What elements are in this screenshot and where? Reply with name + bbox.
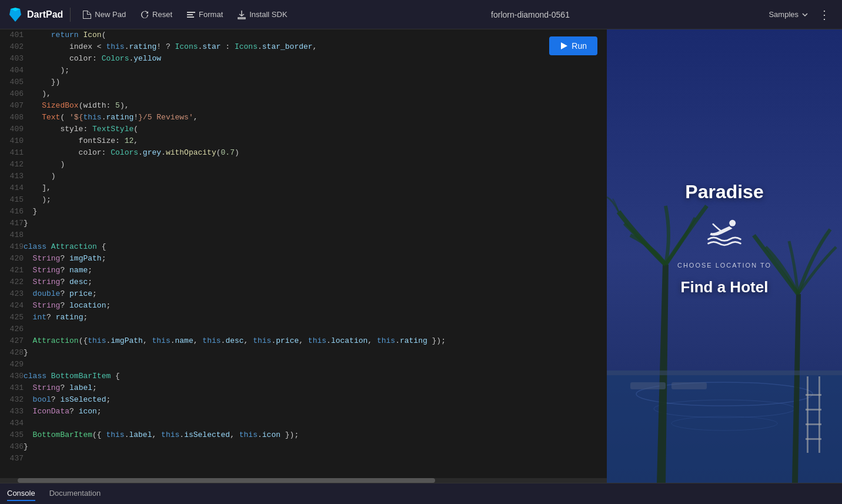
table-row: 416 } [0, 206, 607, 218]
table-row: 413 ) [0, 171, 607, 182]
bottom-bar: Console Documentation [0, 483, 842, 504]
main-area: 401 return Icon( 402 index < this.rating… [0, 29, 842, 483]
svg-rect-14 [806, 409, 821, 410]
reset-button[interactable]: Reset [135, 8, 177, 22]
preview-content: Paradise CHOOSE LOCATION TO Find a Hotel [677, 181, 771, 296]
svg-marker-5 [561, 42, 567, 49]
format-button[interactable]: Format [182, 8, 228, 22]
svg-rect-18 [630, 382, 666, 389]
reset-icon [140, 10, 149, 19]
scrollbar-thumb[interactable] [18, 478, 435, 483]
table-row: 430 class BottomBarItem { [0, 371, 607, 382]
table-row: 411 color: Colors.grey.withOpacity(0.7) [0, 147, 607, 159]
logo: DartPad [7, 6, 63, 23]
table-row: 404 ); [0, 65, 607, 76]
table-row: 402 index < this.rating! ? Icons.star : … [0, 41, 607, 53]
table-row: 424 String? location; [0, 300, 607, 312]
table-row: 422 String? desc; [0, 276, 607, 288]
table-row: 419 class Attraction { [0, 241, 607, 253]
table-row: 428 } [0, 347, 607, 359]
table-row: 433 IconData? icon; [0, 406, 607, 418]
pad-title: forlorn-diamond-0561 [297, 10, 764, 19]
install-sdk-icon [237, 10, 246, 19]
table-row: 405 }) [0, 76, 607, 88]
dart-logo-icon [7, 6, 24, 23]
svg-rect-2 [187, 12, 195, 13]
table-row: 420 String? imgPath; [0, 253, 607, 265]
new-pad-icon [82, 10, 92, 19]
table-row: 417 } [0, 218, 607, 229]
swim-icon [706, 212, 743, 252]
table-row: 434 [0, 418, 607, 429]
svg-rect-3 [187, 14, 193, 15]
code-editor[interactable]: 401 return Icon( 402 index < this.rating… [0, 29, 607, 483]
console-tab[interactable]: Console [7, 486, 35, 501]
svg-rect-4 [187, 16, 194, 18]
table-row: 403 color: Colors.yellow [0, 53, 607, 65]
table-row: 429 [0, 359, 607, 371]
new-pad-button[interactable]: New Pad [78, 8, 131, 22]
svg-rect-13 [806, 394, 821, 396]
format-icon [186, 10, 196, 19]
samples-button[interactable]: Samples [769, 10, 809, 19]
table-row: 436 } [0, 441, 607, 453]
play-icon [560, 42, 568, 50]
svg-rect-16 [806, 438, 821, 440]
choose-location-text: CHOOSE LOCATION TO [677, 262, 771, 269]
table-row: 415 ); [0, 194, 607, 206]
code-panel[interactable]: 401 return Icon( 402 index < this.rating… [0, 29, 607, 483]
table-row: 431 String? label; [0, 382, 607, 394]
table-row: 425 int? rating; [0, 312, 607, 323]
samples-chevron-icon [801, 11, 809, 19]
table-row: 406 ), [0, 88, 607, 100]
table-row: 423 double? price; [0, 288, 607, 300]
table-row: 432 bool? isSelected; [0, 394, 607, 406]
documentation-tab[interactable]: Documentation [49, 486, 101, 501]
table-row: 414 ], [0, 182, 607, 194]
table-row: 437 [0, 453, 607, 465]
table-row: 409 style: TextStyle( [0, 124, 607, 135]
svg-rect-15 [806, 423, 821, 425]
svg-rect-17 [607, 371, 842, 375]
table-row: 410 fontSize: 12, [0, 135, 607, 147]
horizontal-scrollbar[interactable] [0, 478, 607, 483]
table-row: 421 String? name; [0, 265, 607, 276]
table-row: 401 return Icon( [0, 29, 607, 41]
run-button[interactable]: Run [549, 36, 597, 55]
paradise-heading: Paradise [685, 181, 763, 203]
install-sdk-button[interactable]: Install SDK [232, 8, 292, 22]
svg-point-20 [729, 219, 736, 226]
logo-text: DartPad [27, 9, 63, 20]
table-row: 426 [0, 323, 607, 335]
table-row: 412 ) [0, 159, 607, 171]
topbar-separator-1 [70, 8, 71, 22]
find-hotel-heading: Find a Hotel [681, 278, 769, 296]
table-row: 408 Text( '${this.rating!}/5 Reviews', [0, 112, 607, 124]
table-row: 427 Attraction({this.imgPath, this.name,… [0, 335, 607, 347]
table-row: 435 BottomBarItem({ this.label, this.isS… [0, 429, 607, 441]
svg-rect-12 [818, 376, 820, 453]
table-row: 407 SizedBox(width: 5), [0, 100, 607, 112]
svg-rect-11 [807, 376, 808, 453]
preview-panel: Paradise CHOOSE LOCATION TO Find a Hotel [607, 29, 842, 483]
svg-rect-19 [671, 382, 707, 389]
topbar: DartPad New Pad Reset Format Install SDK… [0, 0, 842, 29]
more-menu-button[interactable]: ⋮ [814, 5, 835, 24]
table-row: 418 [0, 229, 607, 241]
